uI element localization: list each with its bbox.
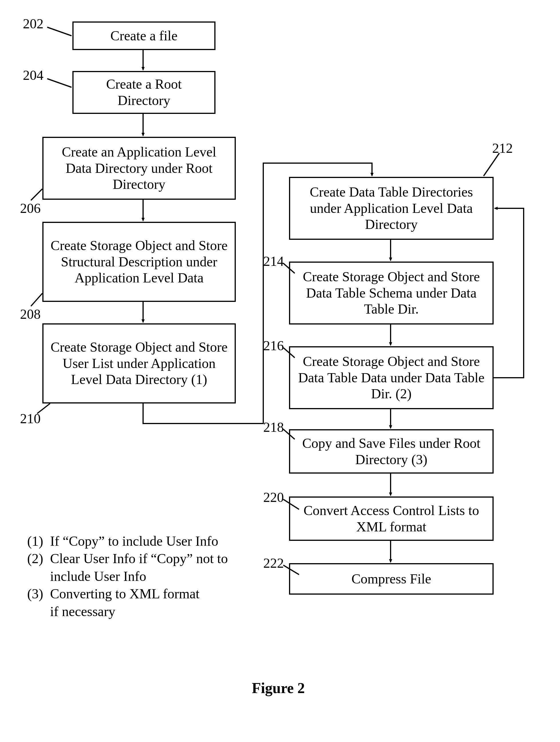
- box-216: Create Storage Object and Store Data Tab…: [289, 346, 494, 409]
- label-206: 206: [20, 200, 41, 217]
- note-2-prefix: (2): [27, 550, 50, 567]
- label-214: 214: [263, 253, 284, 270]
- svg-line-1: [47, 27, 71, 36]
- box-206: Create an Application Level Data Directo…: [42, 137, 236, 200]
- label-212: 212: [492, 140, 513, 157]
- note-1-prefix: (1): [27, 532, 50, 550]
- note-3-line2: if necessary: [50, 603, 115, 620]
- label-216: 216: [263, 338, 284, 354]
- note-1-text: If “Copy” to include User Info: [50, 532, 218, 550]
- box-220: Convert Access Control Lists to XML form…: [289, 496, 494, 541]
- note-2-line1: Clear User Info if “Copy” not to: [50, 550, 228, 567]
- label-208: 208: [20, 306, 41, 322]
- box-214: Create Storage Object and Store Data Tab…: [289, 262, 494, 324]
- flowchart-canvas: Create a file Create a Root Directory Cr…: [0, 0, 560, 742]
- box-208: Create Storage Object and Store Structur…: [42, 222, 236, 302]
- label-222: 222: [263, 555, 284, 572]
- svg-line-3: [31, 189, 42, 200]
- box-202: Create a file: [72, 21, 215, 50]
- label-220: 220: [263, 489, 284, 506]
- box-218: Copy and Save Files under Root Directory…: [289, 429, 494, 474]
- svg-line-4: [31, 293, 42, 306]
- svg-line-2: [47, 79, 71, 87]
- note-3-prefix: (3): [27, 585, 50, 602]
- footnotes: (1)If “Copy” to include User Info (2)Cle…: [27, 532, 262, 620]
- label-210: 210: [20, 411, 41, 427]
- note-3-line1: Converting to XML format: [50, 585, 199, 602]
- label-218: 218: [263, 419, 284, 435]
- box-222: Compress File: [289, 563, 494, 595]
- label-204: 204: [23, 67, 44, 84]
- box-210: Create Storage Object and Store User Lis…: [42, 323, 236, 404]
- box-204: Create a Root Directory: [72, 71, 215, 114]
- svg-line-6: [483, 153, 499, 176]
- label-202: 202: [23, 16, 44, 32]
- box-212: Create Data Table Directories under Appl…: [289, 177, 494, 240]
- figure-caption: Figure 2: [252, 680, 305, 696]
- note-2-line2: include User Info: [50, 568, 146, 585]
